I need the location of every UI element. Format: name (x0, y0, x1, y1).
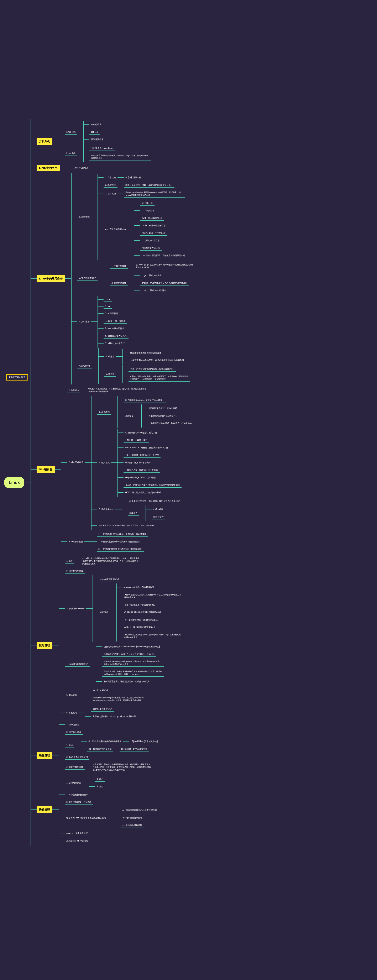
node[interactable]: 磁盘管理1. 概述df：列出文件系统的整体磁盘使用量df [-ahikHTm] … (31, 737, 196, 774)
node-label[interactable]: 1. 概述 (65, 743, 75, 748)
node[interactable]: ·Insert，切换光标为输入/替换模式，光标将变成竖线/下划线 (118, 482, 181, 488)
node-label[interactable]: 4. Linux下如何切换用户 (65, 662, 90, 667)
node-label[interactable]: 3. nl 显示行号 (103, 311, 120, 316)
node[interactable]: 1. 目录管理1. 目录结构ls【-a】目录名称2. 绝对路径由根目录 / 写起… (72, 173, 196, 260)
node-label[interactable]: 关机指令为：shutdown ; (89, 146, 115, 151)
node[interactable]: 账号管理1. 简介Linux系统是一个多用户多任务的分时操作系统，任何一个要使用… (31, 555, 196, 736)
node[interactable]: ·方向键，在文本中移动光标 (118, 459, 181, 466)
node-label[interactable]: 在切换用户时，如果想在切换用户之后使用新用户的工作环境，可以在su和userna… (102, 669, 164, 677)
node[interactable]: 1. 命令模式用户刚刚启动 vi/vim，便进入了命令模式。常用命令i 切换到输… (92, 396, 196, 428)
node-label[interactable]: i 切换到输入模式，以输入字符。 (148, 406, 181, 411)
node-label[interactable]: -G 用户组,用户组 指定用户所属的附加组。 (122, 610, 165, 615)
node-label[interactable]: Linux中的文件 (37, 165, 60, 171)
node[interactable]: -d 目录 指定用户主目录，如果此目录不存在，则同时使用-m选项，可以创建主目录… (117, 592, 184, 601)
node[interactable]: ·HOME/END，移动光标到行首/行尾 (118, 467, 181, 474)
node-label[interactable]: 命令：ps -xxx：查看当前系统在执行的进程 (65, 816, 108, 820)
node[interactable]: 此命令删除用户kuangshen在系统文件中（主要是/etc/passwd, /… (85, 695, 153, 704)
node-label[interactable]: 2. 一般模式切换到编辑模式的可用的按钮说明 (97, 539, 142, 544)
node[interactable]: 2. 每个进程都有自己的id (59, 791, 159, 798)
node-label[interactable]: ·ESC，退出输入模式，切换到命令模式 (124, 490, 163, 495)
node[interactable]: Vim编辑器1. 认识VimVim是从 vi 发展出来的一个文本编辑器。代码补完… (31, 385, 196, 554)
node-label[interactable]: : 切换到底线命令模式，以在最底一行输入命令。 (148, 421, 196, 426)
node-label[interactable]: mkdir：创建一个新的目录 (140, 223, 167, 228)
node-label[interactable]: w 保存文件 (151, 515, 165, 519)
node[interactable]: cp: 复制文件或目录 (134, 237, 187, 244)
node[interactable]: 2. 修改文件属性chgrp：更改文件属组chown：更改文件属主，也可以同时更… (104, 272, 196, 294)
node-label[interactable]: 硬连接指通过索引节点来进行连接 (129, 351, 163, 355)
node-label[interactable]: 2. 输入模式 (97, 460, 111, 465)
node[interactable]: usermod 选项 用户名 (85, 706, 137, 713)
node[interactable]: ps -aux：查看所有进程 (59, 830, 159, 837)
node-label[interactable]: rm: 移除文件或目录 (140, 246, 162, 251)
node-label[interactable]: 此命令删除用户kuangshen在系统文件中（主要是/etc/passwd, /… (91, 695, 153, 703)
node[interactable]: 参数说明-c comment 指定一段注释性描述。-d 目录 指定用户主目录，如… (93, 584, 184, 641)
node-label[interactable]: 5. less 一页一页翻动 (103, 326, 126, 331)
node-label[interactable]: 1. 了解文件属性 (110, 264, 128, 269)
node-label[interactable]: x 删除当前光标所在处的字符。 (148, 414, 180, 418)
node[interactable]: -s Shell文件 指定用户的登录Shell。 (117, 624, 184, 631)
node-label[interactable]: 另外一种连接称之为符号连接（Symbolic Link） (129, 367, 176, 372)
node[interactable]: 常用命令i 切换到输入模式，以输入字符。x 删除当前光标所在处的字符。: 切换到… (118, 404, 196, 428)
node[interactable]: 1. 概述df：列出文件系统的整体磁盘使用量df [-ahikHTm] [目录或… (59, 738, 159, 753)
node[interactable]: mv: 移动文件与目录，或修改文件与目录的名称 (134, 252, 187, 259)
node-label[interactable]: -u：用户信息显示进程 (120, 816, 144, 820)
node-label[interactable]: 7. 用户组管理 (65, 722, 81, 727)
node[interactable]: ·ENTER，回车键，换行 (118, 437, 181, 444)
node-label[interactable]: ·DEL，删除键，删除光标后一个字符 (124, 453, 161, 458)
node[interactable]: ·字符按键以及Shift组合，输入字符 (118, 430, 181, 436)
node[interactable]: 2. tac (98, 303, 128, 310)
node-label[interactable]: ·字符按键以及Shift组合，输入字符 (124, 430, 159, 435)
node[interactable]: 4. 处理目录的常用命令ls: 列出目录cd：切换目录pwd：显示目前的目录mk… (98, 199, 187, 260)
node[interactable]: 在终端输入exit或logout或使用快捷方式ctrl+d，可以退回到原来用户，… (96, 658, 164, 668)
node[interactable]: 7. tail取出文件后几行 (98, 340, 128, 347)
node-label[interactable]: 参数说明 (99, 610, 110, 615)
node-label[interactable]: -g 用户组 指定用户所属的用户组。 (122, 603, 158, 608)
node-label[interactable]: 开机关机 (37, 138, 52, 145)
node[interactable]: 不管是重启系统还是关闭系统，首先要运行 sync 命令，把内存中的数据写到磁盘中… (84, 153, 151, 162)
node-label[interactable]: 4. more 一页一页翻动 (103, 319, 127, 323)
node[interactable]: q 退出程序 (146, 506, 165, 513)
node[interactable]: ssh登录 (84, 129, 105, 135)
node-label[interactable]: 1. 目录结构 (103, 175, 118, 180)
node-label[interactable]: 磁盘管理 (37, 752, 52, 759)
node[interactable]: 文件真正删除的条件是与之相关的所有硬连接文件均被删除。 (122, 357, 188, 364)
node[interactable]: 5. less 一页一页翻动 (98, 325, 128, 332)
node-label[interactable]: Vim编辑器 (37, 466, 55, 473)
node-label[interactable]: ls: 列出目录 (140, 201, 154, 206)
node[interactable]: 7. 用户组管理 (59, 721, 184, 728)
node-label[interactable]: -a：显示当前终端运行的所有进程信息 (120, 808, 159, 813)
node[interactable]: 3. 文件查看1. cat2. tac3. nl 显示行号4. more 一页一… (72, 296, 196, 348)
node[interactable]: 3. 每个进程都有一个父进程 (59, 799, 159, 806)
node-label[interactable]: pwd：显示目前的目录 (140, 216, 164, 221)
node-label[interactable]: 2. Vim 三种模式 (67, 460, 85, 465)
node[interactable]: du：检查磁盘空间使用量du [-ahskm] 文件或目录名称 (81, 746, 159, 752)
node-label[interactable]: Vim 来建立一个名为txt的文件时，你可以这样做： vim 文件名.txml (97, 523, 155, 528)
node[interactable]: -u：用户信息显示进程 (115, 815, 159, 821)
node-label[interactable]: 在命令模式下按下:（英文冒号）就进入了底线命令模式。 (128, 499, 184, 504)
node-label[interactable]: q 退出程序 (151, 507, 165, 512)
node-label[interactable]: 6. 修改账号 (65, 711, 79, 715)
node-label[interactable]: df：列出文件系统的整体磁盘使用量 (87, 739, 123, 744)
node-label[interactable]: A 和 B 之间是"主从"关系，如果 B 被删除了，A 仍然存在（因为两个是不同… (129, 374, 190, 382)
node-label[interactable]: 3. 相对路径 (103, 191, 118, 196)
node[interactable]: 关机指令为：shutdown ; (84, 145, 151, 152)
node[interactable]: -m 使用者目录如不存在则自动建立。 (117, 617, 184, 624)
node-label[interactable]: cd：切换目录 (140, 208, 156, 213)
node[interactable]: 1. 了解文件属性在Linux中我们可以使用ls或者ls -l命令来显示一个文件… (104, 262, 196, 271)
node[interactable]: Linux一切皆文件 (66, 164, 91, 171)
node[interactable]: chgrp：更改文件属组 (134, 272, 189, 279)
node[interactable]: Linux中的文件Linux一切皆文件 (31, 164, 196, 172)
node-label[interactable]: 不管是重启系统还是关闭系统，首先要运行 sync 命令，把内存中的数据写到磁盘中… (89, 153, 151, 161)
node-label[interactable]: 6. head取出文件头几行 (103, 334, 128, 339)
node[interactable]: cd：切换目录 (134, 207, 187, 214)
node[interactable]: chmod：更改文件9个属性 (134, 287, 189, 294)
node[interactable]: 3. 磁盘挂载与卸载根文件系统之外的其他文件要想能够被访问，都必须通过"关联"至… (59, 761, 159, 773)
node-label[interactable]: -x：显示后台进程参数 (120, 823, 144, 828)
node[interactable]: Vim 来建立一个名为txt的文件时，你可以这样做： vim 文件名.txml (92, 522, 196, 529)
node[interactable]: -a：显示当前终端运行的所有进程信息 (115, 807, 159, 814)
node[interactable]: 4. Linux下如何切换用户切换用户的命令为：su username 【use… (59, 643, 184, 686)
node[interactable]: -g 用户组 指定用户所属的用户组。 (117, 601, 184, 608)
node[interactable]: 开机关机Linux开机命令行登录ssh登录图形界面登录Linux关机关机指令为：… (31, 120, 196, 163)
node-label[interactable]: chmod：更改文件9个属性 (140, 288, 168, 293)
node-label[interactable]: ·ENTER，回车键，换行 (124, 438, 149, 443)
